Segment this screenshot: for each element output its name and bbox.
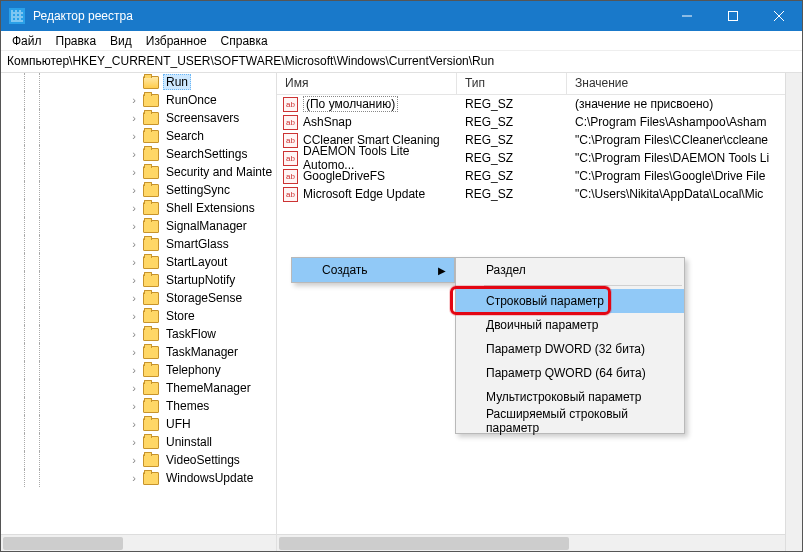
value-row[interactable]: abAshSnapREG_SZC:\Program Files\Ashampoo…: [277, 113, 802, 131]
tree-item[interactable]: ›Store: [1, 307, 276, 325]
tree-item-label: RunOnce: [163, 92, 220, 108]
expand-icon[interactable]: ›: [129, 130, 139, 142]
column-type[interactable]: Тип: [457, 73, 567, 94]
expand-icon[interactable]: ›: [129, 148, 139, 160]
list-scrollbar-vertical[interactable]: [785, 73, 802, 551]
expand-icon[interactable]: ›: [129, 184, 139, 196]
tree-item[interactable]: ›Themes: [1, 397, 276, 415]
tree-item[interactable]: ›StorageSense: [1, 289, 276, 307]
expand-icon[interactable]: ›: [129, 454, 139, 466]
tree-item[interactable]: ›Security and Mainte: [1, 163, 276, 181]
tree-item-label: SmartGlass: [163, 236, 232, 252]
folder-icon: [143, 166, 159, 179]
expand-icon[interactable]: ›: [129, 112, 139, 124]
ctx-sub-item[interactable]: Параметр DWORD (32 бита): [456, 337, 684, 361]
string-value-icon: ab: [283, 169, 298, 184]
menu-help[interactable]: Справка: [214, 32, 275, 50]
expand-icon[interactable]: ›: [129, 292, 139, 304]
value-row[interactable]: abMicrosoft Edge UpdateREG_SZ"C:\Users\N…: [277, 185, 802, 203]
folder-icon: [143, 364, 159, 377]
tree-scrollbar-horizontal[interactable]: [1, 534, 276, 551]
value-type: REG_SZ: [457, 115, 567, 129]
tree-item[interactable]: ›UFH: [1, 415, 276, 433]
tree-item-label: StartupNotify: [163, 272, 238, 288]
expand-icon[interactable]: ›: [129, 346, 139, 358]
close-button[interactable]: [756, 1, 802, 31]
folder-icon: [143, 274, 159, 287]
tree-item[interactable]: ›SearchSettings: [1, 145, 276, 163]
folder-icon: [143, 472, 159, 485]
address-bar[interactable]: Компьютер\HKEY_CURRENT_USER\SOFTWARE\Mic…: [1, 51, 802, 73]
maximize-button[interactable]: [710, 1, 756, 31]
tree-item[interactable]: ›RunOnce: [1, 91, 276, 109]
expand-icon[interactable]: ›: [129, 400, 139, 412]
tree-item-label: StartLayout: [163, 254, 230, 270]
tree-item[interactable]: ›Telephony: [1, 361, 276, 379]
expand-icon[interactable]: ›: [129, 238, 139, 250]
tree-item[interactable]: ›SignalManager: [1, 217, 276, 235]
expand-icon[interactable]: ›: [129, 310, 139, 322]
tree-item[interactable]: ›TaskFlow: [1, 325, 276, 343]
scrollbar-thumb[interactable]: [279, 537, 569, 550]
menu-edit[interactable]: Правка: [49, 32, 104, 50]
tree-item[interactable]: ›WindowsUpdate: [1, 469, 276, 487]
scrollbar-thumb[interactable]: [3, 537, 123, 550]
context-submenu[interactable]: РазделСтроковый параметрДвоичный парамет…: [455, 257, 685, 434]
folder-icon: [143, 310, 159, 323]
ctx-sub-item[interactable]: Раздел: [456, 258, 684, 282]
expand-icon[interactable]: ›: [129, 274, 139, 286]
menu-file[interactable]: Файл: [5, 32, 49, 50]
ctx-sub-item[interactable]: Расширяемый строковый параметр: [456, 409, 684, 433]
expand-icon[interactable]: ›: [129, 472, 139, 484]
value-type: REG_SZ: [457, 151, 567, 165]
tree-item[interactable]: ›Search: [1, 127, 276, 145]
expand-icon[interactable]: ›: [129, 436, 139, 448]
folder-icon: [143, 292, 159, 305]
titlebar[interactable]: Редактор реестра: [1, 1, 802, 31]
ctx-sub-item[interactable]: Мультистроковый параметр: [456, 385, 684, 409]
ctx-create[interactable]: Создать ▶: [292, 258, 454, 282]
column-value[interactable]: Значение: [567, 73, 802, 94]
expand-icon[interactable]: ›: [129, 382, 139, 394]
expand-icon[interactable]: ›: [129, 418, 139, 430]
submenu-arrow-icon: ▶: [438, 265, 446, 276]
tree-item-label: Uninstall: [163, 434, 215, 450]
tree-item[interactable]: ›TaskManager: [1, 343, 276, 361]
expand-icon[interactable]: ›: [129, 256, 139, 268]
tree-item[interactable]: ›SettingSync: [1, 181, 276, 199]
folder-icon: [143, 130, 159, 143]
list-scrollbar-horizontal[interactable]: [277, 534, 785, 551]
tree-item[interactable]: ›Shell Extensions: [1, 199, 276, 217]
tree-item[interactable]: ›ThemeManager: [1, 379, 276, 397]
column-name[interactable]: Имя: [277, 73, 457, 94]
ctx-sub-item[interactable]: Двоичный параметр: [456, 313, 684, 337]
registry-tree[interactable]: Run›RunOnce›Screensavers›Search›SearchSe…: [1, 73, 277, 551]
context-menu[interactable]: Создать ▶: [291, 257, 455, 283]
ctx-sub-item[interactable]: Параметр QWORD (64 бита): [456, 361, 684, 385]
expand-icon[interactable]: ›: [129, 166, 139, 178]
tree-item[interactable]: ›SmartGlass: [1, 235, 276, 253]
menubar: Файл Правка Вид Избранное Справка: [1, 31, 802, 51]
value-row[interactable]: abGoogleDriveFSREG_SZ"C:\Program Files\G…: [277, 167, 802, 185]
folder-icon: [143, 256, 159, 269]
value-row[interactable]: ab(По умолчанию)REG_SZ(значение не присв…: [277, 95, 802, 113]
menu-favorites[interactable]: Избранное: [139, 32, 214, 50]
expand-icon[interactable]: ›: [129, 364, 139, 376]
expand-icon[interactable]: ›: [129, 328, 139, 340]
expand-icon[interactable]: ›: [129, 202, 139, 214]
menu-view[interactable]: Вид: [103, 32, 139, 50]
tree-item[interactable]: ›VideoSettings: [1, 451, 276, 469]
tree-item[interactable]: ›StartLayout: [1, 253, 276, 271]
value-data: "C:\Program Files\CCleaner\ccleane: [567, 133, 802, 147]
tree-item[interactable]: ›StartupNotify: [1, 271, 276, 289]
list-header[interactable]: Имя Тип Значение: [277, 73, 802, 95]
expand-icon[interactable]: ›: [129, 94, 139, 106]
value-data: C:\Program Files\Ashampoo\Asham: [567, 115, 802, 129]
tree-item[interactable]: ›Screensavers: [1, 109, 276, 127]
tree-item[interactable]: Run: [1, 73, 276, 91]
ctx-sub-item[interactable]: Строковый параметр: [456, 289, 684, 313]
value-row[interactable]: abDAEMON Tools Lite Automo...REG_SZ"C:\P…: [277, 149, 802, 167]
minimize-button[interactable]: [664, 1, 710, 31]
expand-icon[interactable]: ›: [129, 220, 139, 232]
tree-item[interactable]: ›Uninstall: [1, 433, 276, 451]
